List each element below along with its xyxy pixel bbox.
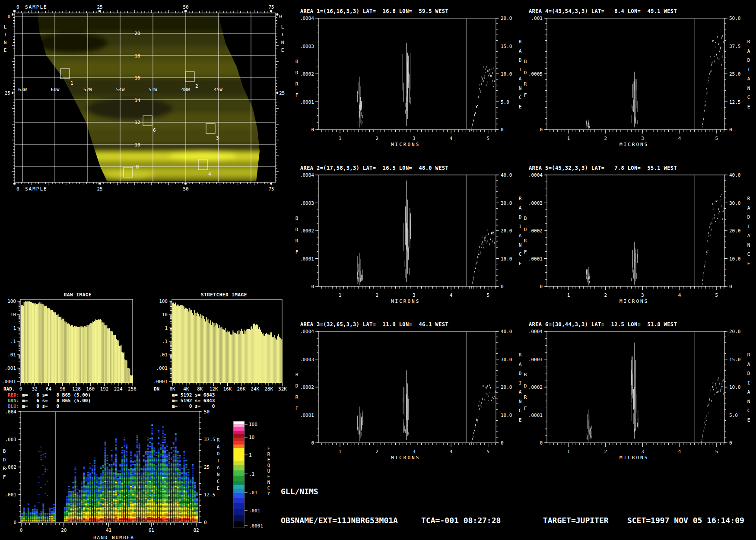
spectrum-panel-3: .0004.0003.0002.0001040.030.020.010.00BD… bbox=[295, 329, 522, 461]
svg-text:2: 2 bbox=[375, 292, 378, 298]
spectrum-data-2 bbox=[357, 181, 496, 289]
svg-text:BAND NUMBER: BAND NUMBER bbox=[93, 535, 134, 540]
observation-metadata-block: GLL/NIMS OBSNAME/EXT=11JNBRG53M01A TCA=-… bbox=[281, 467, 744, 540]
svg-text:4: 4 bbox=[450, 449, 453, 454]
svg-text:256: 256 bbox=[128, 386, 137, 392]
svg-text:R: R bbox=[524, 394, 527, 400]
svg-text:.0001: .0001 bbox=[300, 413, 314, 418]
band-number-panel: .004.003.002.00105037.52512.50BDRFRADIAN… bbox=[3, 409, 220, 540]
svg-text:4: 4 bbox=[678, 292, 681, 298]
svg-text:MICRONS: MICRONS bbox=[391, 299, 420, 304]
svg-text:I: I bbox=[4, 32, 7, 38]
area3-title: AREA 3=(32,65,3,3) LAT= 11.9 LON= 46.1 W… bbox=[300, 321, 448, 327]
svg-text:R: R bbox=[524, 81, 527, 87]
band-data bbox=[21, 424, 198, 522]
svg-text:F: F bbox=[3, 474, 6, 480]
area5-title: AREA 5=(45,32,3,3) LAT= 7.8 LON= 55.1 WE… bbox=[529, 165, 677, 171]
svg-text:4: 4 bbox=[678, 449, 681, 454]
svg-text:10: 10 bbox=[134, 142, 140, 148]
svg-text:.0001: .0001 bbox=[249, 523, 263, 529]
svg-text:15.0: 15.0 bbox=[501, 44, 512, 49]
svg-text:D: D bbox=[747, 214, 750, 220]
svg-text:MICRONS: MICRONS bbox=[391, 455, 420, 461]
svg-text:.0002: .0002 bbox=[300, 71, 314, 77]
svg-text:3: 3 bbox=[413, 292, 416, 298]
svg-text:5: 5 bbox=[715, 136, 718, 141]
svg-text:.0001: .0001 bbox=[153, 379, 168, 384]
svg-text:I: I bbox=[519, 67, 522, 73]
grn-channel-label: GRN: bbox=[8, 398, 19, 403]
svg-text:4: 4 bbox=[678, 136, 681, 141]
svg-text:.01: .01 bbox=[159, 352, 168, 358]
svg-text:5: 5 bbox=[715, 292, 718, 298]
stretched-stat-2: m= 5192 s= 6843 bbox=[172, 398, 215, 403]
svg-text:0: 0 bbox=[501, 440, 504, 446]
svg-text:0: 0 bbox=[311, 440, 314, 446]
svg-text:82: 82 bbox=[193, 527, 199, 533]
svg-text:N: N bbox=[217, 472, 220, 477]
frequency-colorbar: 100101.1.01.001.0001FREQUENCY bbox=[233, 421, 270, 529]
svg-text:51W: 51W bbox=[149, 87, 157, 92]
svg-text:1: 1 bbox=[567, 136, 570, 141]
spectrum-data-4 bbox=[586, 35, 724, 131]
map-panel: 201816141210863W60W57W54W51W48W45W0SAMPL… bbox=[4, 4, 285, 192]
svg-text:75: 75 bbox=[268, 186, 274, 192]
svg-text:Q: Q bbox=[267, 463, 270, 468]
svg-text:C: C bbox=[747, 251, 750, 257]
svg-text:B: B bbox=[3, 448, 6, 454]
svg-text:25: 25 bbox=[204, 464, 210, 470]
svg-text:20.0: 20.0 bbox=[501, 384, 512, 390]
spectrum-data-6 bbox=[587, 343, 724, 445]
svg-text:25: 25 bbox=[97, 4, 102, 10]
area1-title: AREA 1=(16,16,3,3) LAT= 16.8 LON= 59.5 W… bbox=[300, 8, 448, 14]
svg-text:.0003: .0003 bbox=[528, 200, 543, 206]
svg-text:20: 20 bbox=[61, 527, 67, 533]
svg-text:16K: 16K bbox=[223, 386, 232, 392]
svg-text:0: 0 bbox=[311, 127, 314, 133]
svg-text:57W: 57W bbox=[83, 87, 92, 92]
svg-text:R: R bbox=[747, 352, 750, 358]
svg-text:R: R bbox=[295, 394, 299, 400]
svg-text:A: A bbox=[217, 444, 220, 450]
svg-text:10.0: 10.0 bbox=[501, 71, 512, 77]
area6-title: AREA 6=(30,44,3,3) LAT= 12.5 LON= 51.8 W… bbox=[529, 321, 677, 327]
svg-text:50: 50 bbox=[204, 409, 210, 415]
svg-text:1: 1 bbox=[339, 136, 342, 141]
svg-text:D: D bbox=[519, 214, 522, 220]
svg-text:D: D bbox=[295, 70, 299, 76]
svg-text:0: 0 bbox=[540, 284, 543, 289]
svg-text:64: 64 bbox=[46, 386, 52, 392]
svg-text:14: 14 bbox=[134, 98, 140, 103]
svg-text:.002: .002 bbox=[5, 464, 17, 470]
svg-text:A: A bbox=[747, 362, 750, 367]
svg-text:L: L bbox=[4, 24, 7, 30]
svg-text:D: D bbox=[524, 70, 527, 76]
svg-text:.1: .1 bbox=[249, 471, 254, 477]
svg-text:2: 2 bbox=[195, 83, 198, 89]
svg-text:A: A bbox=[747, 233, 750, 238]
svg-text:30.0: 30.0 bbox=[501, 200, 512, 206]
svg-text:10.0: 10.0 bbox=[729, 384, 741, 390]
svg-text:C: C bbox=[747, 95, 750, 100]
svg-text:MICRONS: MICRONS bbox=[619, 299, 648, 304]
svg-text:224: 224 bbox=[114, 386, 123, 392]
svg-text:5: 5 bbox=[486, 136, 489, 141]
svg-text:.004: .004 bbox=[5, 409, 17, 415]
svg-text:12.5: 12.5 bbox=[729, 99, 741, 105]
svg-text:10.0: 10.0 bbox=[501, 256, 512, 262]
svg-text:F: F bbox=[267, 446, 270, 451]
svg-text:60W: 60W bbox=[51, 87, 60, 92]
svg-text:24K: 24K bbox=[251, 386, 259, 392]
svg-text:DN: DN bbox=[154, 386, 159, 392]
svg-text:F: F bbox=[524, 249, 527, 255]
svg-text:0: 0 bbox=[16, 186, 19, 192]
svg-text:F: F bbox=[295, 92, 299, 98]
svg-text:R: R bbox=[519, 39, 522, 44]
svg-text:37.5: 37.5 bbox=[729, 44, 741, 49]
spectrum-data-1 bbox=[357, 43, 496, 131]
svg-text:100: 100 bbox=[249, 422, 257, 427]
svg-text:N: N bbox=[747, 399, 750, 404]
svg-text:0: 0 bbox=[501, 127, 504, 133]
raw-stat-red: RED: m= 6 s= 8 B65 (5.00) bbox=[8, 392, 91, 398]
svg-text:.0003: .0003 bbox=[300, 357, 314, 362]
